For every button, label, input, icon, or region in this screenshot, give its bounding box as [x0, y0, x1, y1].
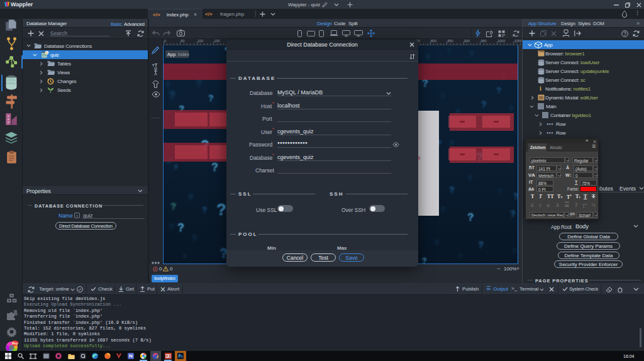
svg-text:Pro: Pro: [12, 342, 18, 345]
